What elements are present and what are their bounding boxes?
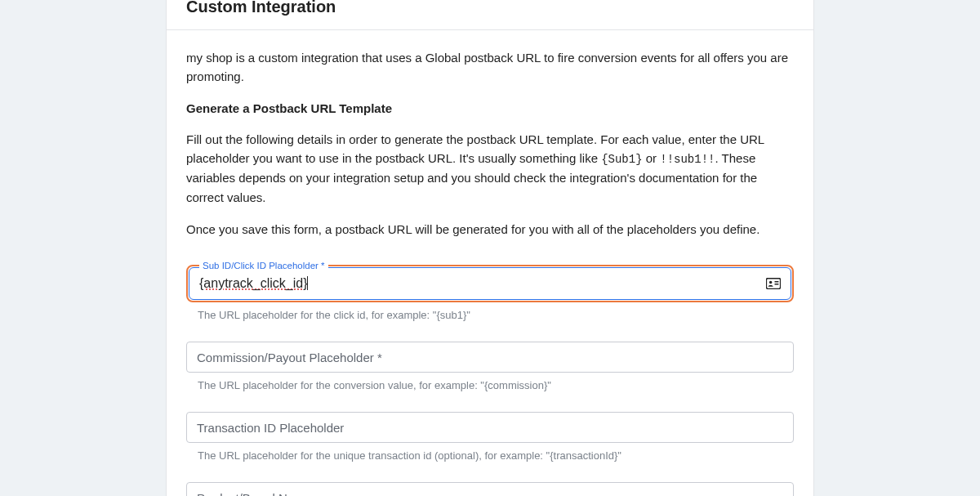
intro-text: my shop is a custom integration that use… xyxy=(186,48,794,87)
card-header: Custom Integration xyxy=(167,0,813,30)
text-cursor xyxy=(307,276,308,290)
click-id-helper: The URL placeholder for the click id, fo… xyxy=(198,309,794,321)
transaction-group: Transaction ID Placeholder The URL place… xyxy=(186,412,794,462)
click-id-field[interactable]: Sub ID/Click ID Placeholder * {anytrack_… xyxy=(189,267,791,300)
commission-field[interactable]: Commission/Payout Placeholder * xyxy=(186,342,794,373)
click-id-label: Sub ID/Click ID Placeholder * xyxy=(199,261,328,270)
code-sample-1: {Sub1} xyxy=(601,153,642,166)
sub-heading: Generate a Postback URL Template xyxy=(186,101,794,115)
commission-label: Commission/Payout Placeholder * xyxy=(197,351,382,364)
transaction-field[interactable]: Transaction ID Placeholder xyxy=(186,412,794,443)
integration-card: Custom Integration my shop is a custom i… xyxy=(166,0,814,496)
desc-part-mid: or xyxy=(643,151,661,165)
click-id-field-highlight: Sub ID/Click ID Placeholder * {anytrack_… xyxy=(186,265,794,302)
contact-card-icon xyxy=(766,278,781,289)
description-2: Once you save this form, a postback URL … xyxy=(186,220,794,239)
transaction-helper: The URL placeholder for the unique trans… xyxy=(198,449,794,462)
brand-label: Product/Brand Name xyxy=(197,491,311,496)
brand-group: Product/Brand Name The URL placeholder f… xyxy=(186,482,794,496)
description-1: Fill out the following details in order … xyxy=(186,130,794,207)
svg-point-1 xyxy=(769,281,772,284)
commission-helper: The URL placeholder for the conversion v… xyxy=(198,379,794,391)
click-id-value-text: {anytrack_click_id} xyxy=(199,276,308,290)
commission-group: Commission/Payout Placeholder * The URL … xyxy=(186,342,794,391)
code-sample-2: !!sub1!! xyxy=(660,153,715,166)
transaction-label: Transaction ID Placeholder xyxy=(197,421,344,435)
page-title: Custom Integration xyxy=(186,0,794,16)
brand-field[interactable]: Product/Brand Name xyxy=(186,482,794,496)
click-id-value[interactable]: {anytrack_click_id} xyxy=(199,276,308,291)
card-body: my shop is a custom integration that use… xyxy=(167,30,813,496)
